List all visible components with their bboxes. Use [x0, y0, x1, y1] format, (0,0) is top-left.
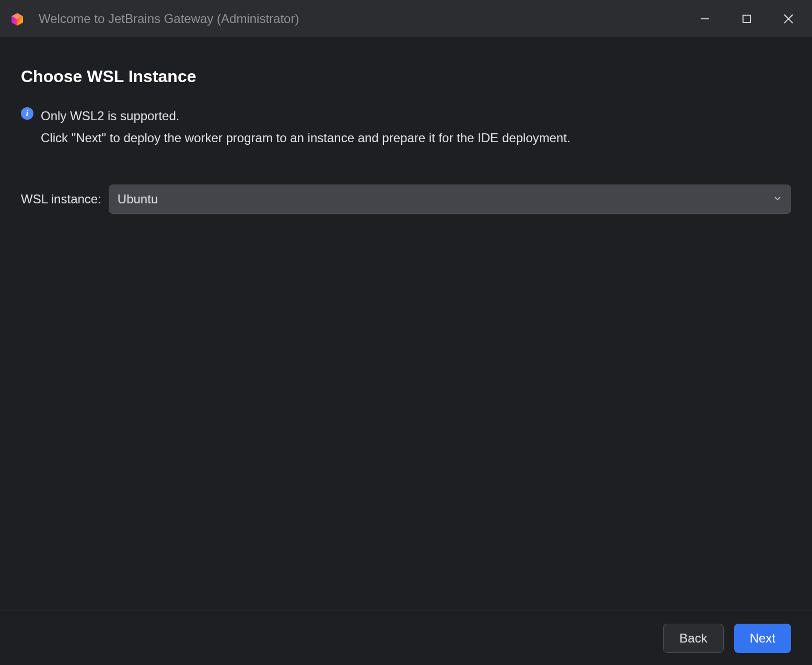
next-button[interactable]: Next: [734, 624, 791, 653]
info-line-1: Only WSL2 is supported.: [41, 105, 571, 127]
window-controls: [698, 12, 795, 26]
info-line-2: Click "Next" to deploy the worker progra…: [41, 127, 571, 149]
minimize-button[interactable]: [698, 12, 712, 26]
info-block: i Only WSL2 is supported. Click "Next" t…: [21, 105, 791, 149]
back-button[interactable]: Back: [663, 624, 723, 653]
content-area: Choose WSL Instance i Only WSL2 is suppo…: [0, 38, 812, 611]
page-title: Choose WSL Instance: [21, 67, 791, 86]
wsl-instance-select-wrap: Ubuntu: [109, 185, 791, 214]
gateway-app-icon: [10, 12, 24, 26]
info-text: Only WSL2 is supported. Click "Next" to …: [41, 105, 571, 149]
svg-rect-4: [743, 15, 750, 22]
wsl-instance-select[interactable]: Ubuntu: [109, 185, 791, 214]
titlebar: Welcome to JetBrains Gateway (Administra…: [0, 0, 812, 38]
wsl-instance-row: WSL instance: Ubuntu: [21, 185, 791, 214]
close-button[interactable]: [782, 12, 795, 26]
maximize-button[interactable]: [740, 12, 753, 26]
footer: Back Next: [0, 611, 812, 665]
info-icon: i: [21, 107, 33, 120]
wsl-instance-label: WSL instance:: [21, 192, 101, 207]
window-title: Welcome to JetBrains Gateway (Administra…: [39, 12, 698, 26]
wsl-instance-selected-value: Ubuntu: [118, 192, 158, 207]
